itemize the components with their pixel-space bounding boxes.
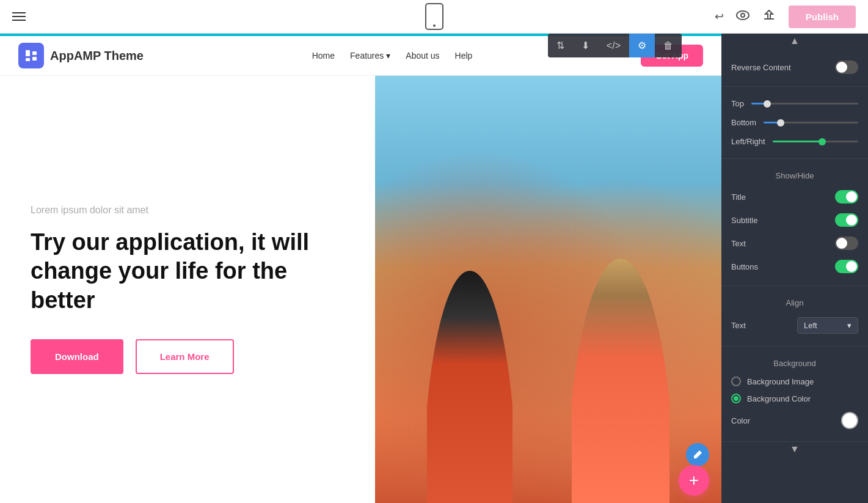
text-align-label: Text bbox=[731, 321, 746, 330]
subtitle-label: Subtitle bbox=[731, 216, 757, 225]
reorder-button[interactable]: ⇅ bbox=[548, 34, 573, 57]
hero-subtitle: Lorem ipsum dolor sit amet bbox=[31, 205, 345, 216]
left-right-slider[interactable] bbox=[773, 141, 858, 142]
svg-rect-2 bbox=[26, 50, 30, 56]
undo-icon[interactable]: ↩ bbox=[715, 10, 724, 23]
site-nav: Home Features ▾ About us Help bbox=[312, 51, 473, 61]
learn-more-button[interactable]: Learn More bbox=[136, 339, 234, 374]
chevron-down-icon: ▾ bbox=[847, 321, 852, 330]
right-panel: ▲ Reverse Content Top bbox=[721, 34, 868, 503]
svg-rect-3 bbox=[32, 51, 37, 55]
svg-rect-4 bbox=[32, 57, 37, 61]
bg-color-radio[interactable] bbox=[731, 394, 741, 403]
title-toggle[interactable] bbox=[835, 190, 858, 204]
svg-point-1 bbox=[741, 13, 745, 17]
title-label: Title bbox=[731, 193, 746, 202]
nav-features[interactable]: Features ▾ bbox=[350, 51, 390, 61]
top-toolbar: ↩ Publish bbox=[0, 0, 868, 34]
site-logo: AppAMP Theme bbox=[18, 43, 144, 68]
settings-button[interactable]: ⚙ bbox=[629, 34, 655, 57]
chevron-down-icon: ▾ bbox=[386, 51, 390, 61]
download-section-button[interactable]: ⬇ bbox=[573, 34, 598, 57]
hero-title: Try our application, it will change your… bbox=[31, 228, 345, 315]
hamburger-menu[interactable] bbox=[12, 12, 26, 21]
bg-color-label: Background Color bbox=[747, 394, 811, 403]
top-label: Top bbox=[731, 99, 744, 108]
code-button[interactable]: </> bbox=[598, 34, 629, 57]
preview-icon[interactable] bbox=[736, 10, 749, 23]
add-floating-button[interactable]: + bbox=[679, 465, 709, 496]
text-toggle[interactable] bbox=[835, 237, 858, 250]
delete-button[interactable]: 🗑 bbox=[655, 34, 682, 57]
bg-image-row: Background Image bbox=[731, 373, 858, 390]
top-slider[interactable] bbox=[751, 103, 858, 105]
publish-button[interactable]: Publish bbox=[789, 6, 856, 28]
show-hide-heading: Show/Hide bbox=[731, 166, 858, 185]
background-heading: Background bbox=[731, 354, 858, 373]
bottom-slider[interactable] bbox=[764, 122, 858, 123]
background-section: Background Background Image Background C… bbox=[721, 347, 868, 442]
cloud-publish-icon[interactable] bbox=[762, 9, 776, 24]
color-label: Color bbox=[731, 416, 750, 425]
section-action-bar: ⇅ ⬇ </> ⚙ 🗑 bbox=[548, 34, 682, 57]
download-button[interactable]: Download bbox=[31, 339, 123, 374]
phone-preview-icon[interactable] bbox=[425, 3, 443, 30]
hero-section: Lorem ipsum dolor sit amet Try our appli… bbox=[0, 76, 721, 503]
scroll-down-button[interactable]: ▼ bbox=[721, 442, 868, 457]
scroll-up-button[interactable]: ▲ bbox=[721, 34, 868, 48]
reverse-content-section: Reverse Content bbox=[721, 48, 868, 87]
svg-point-0 bbox=[737, 11, 749, 20]
align-section: Align Text Left ▾ bbox=[721, 286, 868, 347]
text-label: Text bbox=[731, 239, 746, 248]
left-right-label: Left/Right bbox=[731, 137, 765, 146]
buttons-label: Buttons bbox=[731, 262, 758, 271]
hero-right bbox=[375, 76, 721, 503]
canvas: AppAMP Theme Home Features ▾ About us He… bbox=[0, 34, 721, 503]
nav-help[interactable]: Help bbox=[455, 51, 473, 61]
align-heading: Align bbox=[731, 293, 858, 312]
logo-text: AppAMP Theme bbox=[50, 49, 144, 63]
bg-image-radio[interactable] bbox=[731, 376, 741, 386]
main-area: AppAMP Theme Home Features ▾ About us He… bbox=[0, 34, 868, 503]
hero-buttons: Download Learn More bbox=[31, 339, 345, 374]
show-hide-section: Show/Hide Title Subtitle Text bbox=[721, 159, 868, 286]
reverse-content-label: Reverse Content bbox=[731, 63, 791, 72]
bg-image-label: Background Image bbox=[747, 377, 814, 386]
hero-left: Lorem ipsum dolor sit amet Try our appli… bbox=[0, 76, 375, 503]
nav-home[interactable]: Home bbox=[312, 51, 335, 61]
logo-icon bbox=[18, 43, 44, 68]
buttons-toggle[interactable] bbox=[835, 260, 858, 273]
hero-image bbox=[375, 76, 721, 503]
reverse-content-toggle[interactable] bbox=[835, 61, 858, 74]
bg-color-row: Background Color bbox=[731, 390, 858, 407]
color-swatch[interactable] bbox=[841, 412, 858, 429]
edit-floating-button[interactable] bbox=[686, 443, 709, 466]
subtitle-toggle[interactable] bbox=[835, 213, 858, 227]
svg-rect-5 bbox=[26, 58, 30, 61]
text-align-dropdown[interactable]: Left ▾ bbox=[797, 317, 858, 334]
bottom-label: Bottom bbox=[731, 118, 756, 127]
nav-about[interactable]: About us bbox=[406, 51, 439, 61]
sliders-section: Top Bottom Left/Right bbox=[721, 87, 868, 159]
